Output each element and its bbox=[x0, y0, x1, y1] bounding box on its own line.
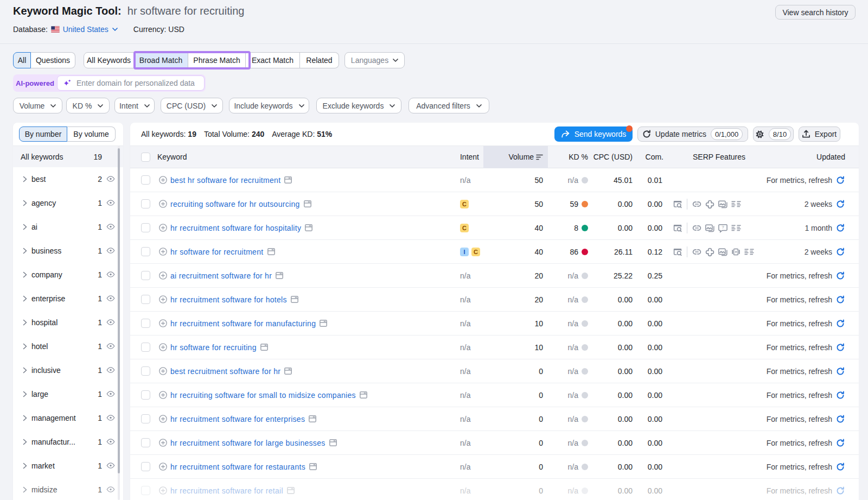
svg-text:?: ? bbox=[722, 225, 724, 230]
